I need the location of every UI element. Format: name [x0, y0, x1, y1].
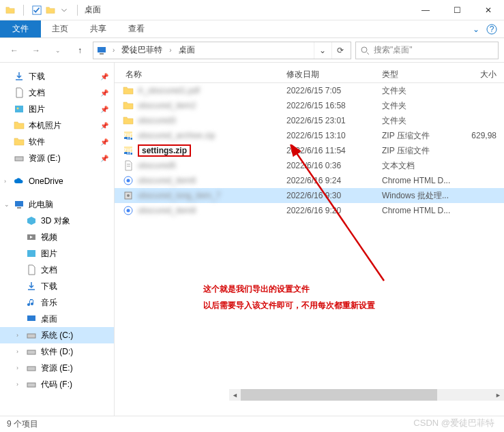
col-size[interactable]: 大小 [462, 69, 496, 80]
file-list[interactable]: A_obscured1.pdf2022/6/15 7:05文件夹obscured… [115, 83, 504, 417]
pc-icon [14, 199, 25, 210]
document-icon [26, 264, 37, 275]
crumb-user[interactable]: 爱徒巴菲特 [119, 43, 165, 57]
up-button[interactable]: ↑ [71, 42, 89, 59]
pin-icon: 📌 [100, 155, 108, 162]
svg-rect-13 [27, 250, 35, 257]
file-row[interactable]: obscured_item22022/6/15 16:58文件夹 [115, 98, 504, 113]
maximize-button[interactable]: ☐ [441, 0, 473, 20]
file-date: 2022/6/15 23:01 [286, 116, 382, 125]
file-row[interactable]: A_obscured1.pdf2022/6/15 7:05文件夹 [115, 83, 504, 98]
ribbon: 文件 主页 共享 查看 ⌄ ? [0, 20, 504, 38]
file-type: 文件夹 [382, 85, 462, 97]
address-bar: ← → ⌄ ↑ › 爱徒巴菲特 › 桌面 ⌄ ⟳ 搜索"桌面" [0, 38, 504, 63]
expand-ribbon-icon[interactable]: ⌄ [473, 25, 479, 34]
scrollbar-thumb[interactable] [241, 389, 437, 401]
recent-dropdown[interactable]: ⌄ [49, 42, 67, 59]
window-title: 桌面 [85, 4, 101, 16]
tab-view[interactable]: 查看 [117, 20, 155, 37]
col-date[interactable]: 修改日期 [286, 69, 382, 80]
sidebar-item-software[interactable]: 软件📌 [0, 134, 114, 150]
search-input[interactable]: 搜索"桌面" [355, 42, 499, 59]
sidebar-item-resources[interactable]: 资源 (E:)📌 [0, 150, 114, 166]
chevron-down-icon[interactable] [59, 5, 69, 15]
sidebar-item-music[interactable]: 音乐 [0, 294, 114, 311]
crumb-desktop[interactable]: 桌面 [176, 43, 198, 57]
refresh-button[interactable]: ⟳ [331, 42, 348, 59]
sidebar-item-documents[interactable]: 文档📌 [0, 84, 114, 101]
tab-share[interactable]: 共享 [79, 20, 117, 37]
svg-text:ZIP: ZIP [123, 147, 134, 156]
document-icon [14, 87, 25, 98]
file-row[interactable]: ZIPsettings.zip2022/6/16 11:54ZIP 压缩文件 [115, 143, 504, 158]
tab-file[interactable]: 文件 [0, 20, 41, 37]
sidebar-item-local-photos[interactable]: 本机照片📌 [0, 117, 114, 134]
file-name: A_obscured1.pdf [138, 86, 200, 95]
sidebar-item-system-c[interactable]: ›系统 (C:) [0, 327, 114, 343]
file-row[interactable]: obscured_item62022/6/16 9:24Chrome HTML … [115, 173, 504, 188]
file-row[interactable]: obscured_item82022/6/16 9:20Chrome HTML … [115, 203, 504, 218]
pin-icon: 📌 [100, 138, 108, 146]
sidebar-item-desktop[interactable]: 桌面 [0, 311, 114, 327]
file-view: 名称 修改日期 类型 大小 A_obscured1.pdf2022/6/15 7… [115, 63, 504, 417]
svg-point-30 [127, 194, 130, 197]
tab-home[interactable]: 主页 [41, 20, 79, 37]
folder-small-icon[interactable] [46, 5, 55, 15]
sidebar-item-this-pc[interactable]: ⌄此电脑 [0, 196, 114, 213]
sidebar-item-downloads[interactable]: 下载📌 [0, 68, 114, 84]
back-button[interactable]: ← [5, 42, 23, 59]
svg-rect-14 [27, 315, 35, 321]
forward-button[interactable]: → [27, 42, 45, 59]
svg-point-5 [361, 47, 367, 52]
navigation-pane[interactable]: 下载📌 文档📌 图片📌 本机照片📌 软件📌 资源 (E:)📌 ›OneDrive… [0, 63, 115, 417]
sidebar-item-soft-d[interactable]: ›软件 (D:) [0, 343, 114, 360]
svg-rect-3 [98, 47, 106, 52]
chevron-right-icon[interactable]: › [16, 348, 18, 355]
sidebar-item-pictures2[interactable]: 图片 [0, 245, 114, 262]
sidebar-item-onedrive[interactable]: ›OneDrive [0, 173, 114, 189]
scroll-left-button[interactable]: ◄ [229, 389, 241, 401]
sidebar-item-code-f[interactable]: ›代码 (F:) [0, 376, 114, 392]
sidebar-item-res-e[interactable]: ›资源 (E:) [0, 360, 114, 376]
sidebar-item-documents2[interactable]: 文档 [0, 262, 114, 278]
svg-point-8 [17, 108, 19, 110]
svg-rect-17 [27, 367, 35, 371]
chevron-right-icon[interactable]: › [16, 365, 18, 371]
sidebar-item-videos[interactable]: 视频 [0, 229, 114, 245]
title-bar: 桌面 — ☐ ✕ [0, 0, 504, 20]
folder-icon [14, 136, 25, 147]
svg-rect-4 [100, 53, 104, 55]
file-type: 文件夹 [382, 115, 462, 127]
chevron-right-icon[interactable]: › [16, 381, 18, 388]
file-row[interactable]: ZIPobscured_archive.zip2022/6/15 13:10ZI… [115, 128, 504, 143]
drive-icon [26, 346, 37, 357]
file-row[interactable]: obscured52022/6/16 0:36文本文档 [115, 158, 504, 173]
column-headers[interactable]: 名称 修改日期 类型 大小 [115, 63, 504, 83]
annotation-text: 这个就是我们导出的设置文件 以后需要导入该文件即可，不用每次都重新设置 [203, 281, 375, 313]
file-row[interactable]: obscured_long_item_72022/6/16 9:30Window… [115, 188, 504, 203]
horizontal-scrollbar[interactable]: ◄ ► [229, 389, 504, 401]
file-size: 629,98 [462, 131, 496, 140]
close-button[interactable]: ✕ [473, 0, 504, 20]
breadcrumb[interactable]: › 爱徒巴菲特 › 桌面 [110, 43, 198, 57]
file-type: Chrome HTML D... [382, 206, 462, 215]
sidebar-item-downloads2[interactable]: 下载 [0, 278, 114, 294]
help-icon[interactable]: ? [486, 24, 497, 35]
col-name[interactable]: 名称 [115, 69, 286, 80]
chevron-right-icon[interactable]: › [16, 332, 18, 339]
scroll-right-button[interactable]: ► [492, 389, 504, 401]
picture-icon [14, 104, 25, 114]
checkbox-icon[interactable] [32, 5, 42, 15]
chevron-right-icon[interactable]: › [4, 178, 6, 185]
sidebar-item-3d-objects[interactable]: 3D 对象 [0, 213, 114, 229]
address-dropdown[interactable]: ⌄ [314, 42, 330, 59]
file-date: 2022/6/16 11:54 [286, 146, 382, 155]
watermark: CSDN @爱徒巴菲特 [413, 417, 494, 429]
minimize-button[interactable]: — [410, 0, 441, 20]
col-type[interactable]: 类型 [382, 69, 462, 80]
file-row[interactable]: obscured32022/6/15 23:01文件夹 [115, 113, 504, 128]
sidebar-item-pictures[interactable]: 图片📌 [0, 101, 114, 117]
pin-icon: 📌 [100, 89, 108, 97]
address-box[interactable]: › 爱徒巴菲特 › 桌面 ⌄ ⟳ [93, 42, 351, 59]
chevron-down-icon[interactable]: ⌄ [4, 201, 10, 208]
